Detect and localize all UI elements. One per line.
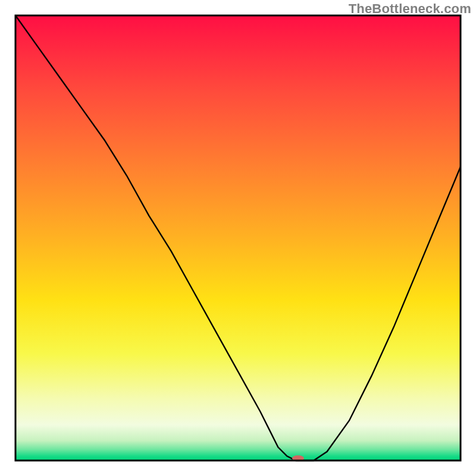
bottleneck-chart	[0, 0, 476, 476]
plot-gradient	[15, 15, 461, 461]
watermark-label: TheBottleneck.com	[349, 1, 471, 17]
